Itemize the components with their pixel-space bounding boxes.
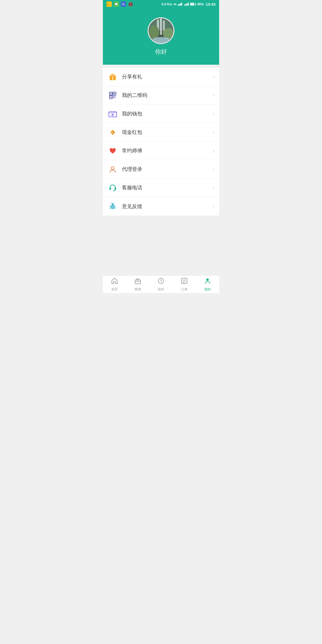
clock-icon (157, 277, 165, 286)
menu-item-red-packet[interactable]: ¥ 现金红包 › (103, 123, 219, 142)
svg-rect-30 (109, 188, 111, 190)
tab-master[interactable]: 师傅 (126, 275, 149, 293)
menu-item-wallet[interactable]: $ 我的钱包 › (103, 105, 219, 123)
status-left-icons: 🍋 💬 du 📵 (106, 1, 133, 7)
app-icon-wechat: 💬 (114, 1, 119, 7)
battery-percent: 90% (197, 2, 204, 6)
tab-home-label: 首页 (111, 287, 118, 292)
gift-icon (108, 72, 118, 82)
red-packet-icon: ¥ (108, 127, 118, 137)
agent-label: 代理登录 (122, 166, 213, 173)
feedback-label: 意见反馈 (122, 203, 213, 210)
customer-service-arrow: › (213, 185, 214, 191)
app-icon-lemon: 🍋 (106, 1, 112, 7)
feedback-arrow: › (213, 204, 214, 209)
svg-text:$: $ (112, 114, 113, 116)
menu-item-customer-service[interactable]: 客服电话 › (103, 179, 219, 197)
menu-item-feedback[interactable]: 意见反馈 › (103, 197, 219, 216)
gray-spacer (103, 216, 219, 275)
agent-icon (108, 164, 118, 174)
battery-indicator (190, 3, 196, 6)
qrcode-arrow: › (213, 93, 214, 98)
status-right-info: 0.0 K/s 46 90% 14:43 (162, 2, 216, 7)
wallet-icon: $ (108, 109, 118, 119)
app-icon-phone: 📵 (128, 1, 133, 7)
customer-service-label: 客服电话 (122, 184, 213, 191)
svg-rect-4 (160, 18, 162, 35)
svg-rect-24 (109, 112, 117, 113)
red-packet-label: 现金红包 (122, 129, 213, 136)
svg-point-52 (206, 278, 209, 281)
svg-rect-18 (110, 97, 112, 98)
svg-point-12 (112, 75, 113, 76)
tab-realtime[interactable]: 实时 (149, 275, 173, 293)
svg-point-6 (149, 25, 159, 39)
tab-master-label: 师傅 (134, 287, 141, 292)
svg-rect-11 (112, 76, 113, 80)
heart-icon (108, 146, 118, 156)
svg-point-29 (111, 167, 114, 170)
menu-item-share[interactable]: 分享有礼 › (103, 68, 219, 86)
home-icon (111, 277, 118, 286)
svg-rect-20 (114, 96, 115, 97)
svg-text:¥: ¥ (112, 131, 113, 134)
tab-mine-label: 我的 (204, 287, 211, 292)
red-packet-arrow: › (213, 130, 214, 135)
status-bar: 🍋 💬 du 📵 0.0 K/s 46 90% 14:43 (103, 0, 219, 8)
share-label: 分享有礼 (122, 73, 213, 80)
network-speed: 0.0 K/s (162, 2, 172, 6)
svg-point-32 (113, 190, 114, 191)
svg-line-40 (114, 206, 116, 206)
username: 你好 (155, 48, 167, 56)
agent-arrow: › (213, 167, 214, 172)
svg-rect-48 (182, 278, 187, 284)
qr-icon (108, 90, 118, 100)
person-icon (204, 277, 211, 286)
network-type: 46 (174, 3, 177, 6)
time: 14:43 (206, 2, 216, 7)
svg-rect-16 (114, 93, 115, 94)
svg-rect-14 (110, 93, 112, 94)
master-arrow: › (213, 148, 214, 154)
tab-realtime-label: 实时 (158, 287, 164, 292)
share-arrow: › (213, 74, 214, 80)
signal-icon-2 (184, 3, 189, 6)
list-icon (181, 277, 188, 286)
headset-icon (108, 183, 118, 193)
tab-bar: 首页 师傅 实时 (103, 275, 219, 293)
menu-list: 分享有礼 › 我的二维码 › (103, 68, 219, 216)
svg-rect-44 (135, 280, 140, 284)
svg-line-39 (110, 208, 111, 209)
briefcase-icon (134, 277, 141, 286)
avatar[interactable] (148, 17, 174, 44)
profile-header: 你好 (103, 8, 219, 65)
svg-line-37 (110, 206, 111, 206)
tab-mine[interactable]: 我的 (196, 275, 219, 293)
menu-item-master[interactable]: 常约师傅 › (103, 142, 219, 160)
feedback-icon (108, 201, 118, 211)
svg-rect-21 (113, 97, 114, 98)
menu-item-agent[interactable]: 代理登录 › (103, 160, 219, 179)
master-label: 常约师傅 (122, 147, 213, 154)
tab-orders[interactable]: 订单 (173, 275, 196, 293)
qrcode-label: 我的二维码 (122, 92, 213, 99)
signal-icon (178, 3, 182, 6)
tab-home[interactable]: 首页 (103, 275, 126, 293)
svg-rect-22 (114, 97, 115, 98)
tab-orders-label: 订单 (181, 287, 188, 292)
svg-line-36 (113, 203, 114, 204)
wallet-arrow: › (213, 111, 214, 117)
svg-line-35 (111, 203, 112, 204)
svg-rect-19 (113, 96, 114, 97)
app-icon-baidu: du (121, 1, 126, 7)
menu-item-qrcode[interactable]: 我的二维码 › (103, 86, 219, 105)
wallet-label: 我的钱包 (122, 110, 213, 117)
svg-line-42 (114, 208, 116, 209)
